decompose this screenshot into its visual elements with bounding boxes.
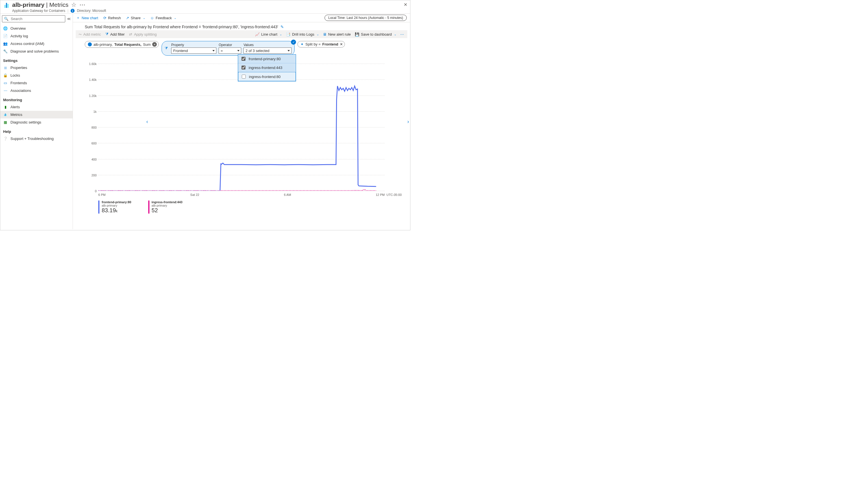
filter-values-select[interactable]: 2 of 3 selected [244, 48, 291, 54]
legend-item[interactable]: frontend-primary:80alb-primary83.19k [98, 200, 131, 214]
apply-splitting-button[interactable]: ⇄ Apply splitting [129, 32, 156, 36]
new-chart-button[interactable]: ＋ New chart [76, 15, 98, 20]
filter-values-dropdown: frontend-primary:80ingress-frontend:443i… [238, 54, 296, 81]
drill-logs-button[interactable]: 📑 Drill into Logs ⌄ [286, 32, 319, 36]
y-tick-label: 1.20k [89, 94, 98, 97]
sidebar-item-activity-log[interactable]: 📄 Activity log [0, 32, 72, 40]
filter-value-option[interactable]: frontend-primary:80 [238, 55, 296, 63]
diagnostic-icon: ▦ [3, 120, 8, 124]
checkbox[interactable] [242, 65, 245, 69]
legend-series-name: ingress-frontend:443 [152, 200, 183, 204]
svg-rect-0 [4, 5, 6, 8]
save-dashboard-button[interactable]: 💾 Save to dashboard ⌄ [355, 32, 396, 36]
svg-rect-5 [6, 114, 6, 116]
wrench-icon: 🔧 [3, 49, 8, 53]
sidebar-item-iam[interactable]: 👥 Access control (IAM) [0, 40, 72, 48]
new-alert-button[interactable]: 🖥 New alert rule [323, 32, 351, 36]
time-range-picker[interactable]: Local Time: Last 24 hours (Automatic - 5… [324, 15, 407, 21]
filter-funnel-icon: ⧩ [165, 46, 168, 51]
sidebar-item-label: Diagnostic settings [10, 120, 41, 124]
sparkline-icon: ⤳ [79, 32, 82, 36]
collapse-sidebar-icon[interactable]: ≪ [67, 17, 71, 21]
feedback-button[interactable]: ☺ Feedback ⌄ [150, 16, 176, 20]
content-area: ‹ › ＋ New chart ⟳ Refresh ↗ Share ⌄ [73, 13, 410, 229]
share-button[interactable]: ↗ Share ⌄ [126, 16, 145, 20]
sidebar-item-label: Metrics [10, 113, 22, 117]
funnel-icon: ⧩ [105, 32, 108, 36]
y-tick-label: 200 [92, 174, 98, 177]
remove-metric-icon[interactable]: ✕ [152, 42, 157, 47]
sidebar-item-alerts[interactable]: ▮ Alerts [0, 103, 72, 111]
search-input[interactable] [10, 17, 63, 21]
sidebar-item-frontends[interactable]: ▭ Frontends [0, 79, 72, 87]
line-chart-icon: 📈 [255, 32, 259, 36]
sidebar-item-locks[interactable]: 🔒 Locks [0, 71, 72, 79]
resource-icon [88, 42, 92, 46]
sidebar-item-overview[interactable]: 🌐 Overview [0, 25, 72, 32]
filter-value-label: frontend-primary:80 [249, 57, 280, 61]
more-icon[interactable]: ⋯ [80, 1, 85, 8]
legend-color-bar [148, 200, 149, 214]
legend-item[interactable]: ingress-frontend:443alb-primary52 [148, 200, 183, 214]
save-icon: 💾 [355, 32, 359, 36]
info-icon: i [71, 9, 74, 13]
alert-rule-icon: 🖥 [323, 32, 327, 36]
more-actions-icon[interactable]: ⋯ [400, 32, 404, 36]
chart-title: Sum Total Requests for alb-primary by Fr… [85, 25, 278, 29]
split-icon: ⇄ [129, 32, 132, 36]
search-input-wrapper[interactable]: 🔍 [2, 15, 65, 22]
sidebar-item-label: Overview [10, 26, 26, 31]
metrics-icon [3, 1, 10, 10]
chevron-right-icon[interactable]: › [407, 118, 409, 124]
sidebar-item-diagnose[interactable]: 🔧 Diagnose and solve problems [0, 48, 72, 55]
filter-value-option[interactable]: ingress-frontend:443 [238, 63, 296, 72]
add-filter-button[interactable]: ⧩ Add filter [105, 32, 125, 36]
refresh-icon: ⟳ [103, 16, 106, 20]
sidebar-item-label: Locks [10, 73, 20, 78]
filter-value-option[interactable]: ingress-frontend:80 [238, 72, 296, 81]
filter-property-select[interactable]: Frontend [171, 48, 216, 54]
filter-values-label: Values [244, 43, 291, 47]
checkbox[interactable] [242, 75, 246, 79]
sidebar-item-label: Diagnose and solve problems [10, 49, 59, 53]
metric-pill[interactable]: alb-primary, Total Requests, Sum ✕ [85, 41, 159, 48]
lock-icon: 🔒 [3, 73, 8, 78]
sidebar-item-support[interactable]: ❔ Support + Troubleshooting [0, 135, 72, 142]
split-pill-icon: ✦ [301, 42, 304, 46]
metric-pill-agg: Sum [143, 42, 151, 47]
add-metric-button[interactable]: ⤳ Add metric [79, 32, 101, 36]
remove-split-icon[interactable]: ✕ [340, 42, 343, 46]
sidebar-item-properties[interactable]: ⫼ Properties [0, 64, 72, 71]
y-tick-label: 600 [92, 142, 98, 145]
sidebar-item-label: Frontends [10, 81, 27, 85]
checkbox[interactable] [242, 57, 245, 61]
alert-icon: ▮ [3, 105, 8, 109]
cmd-label: Drill into Logs [292, 32, 314, 36]
filter-operator-select[interactable]: = [219, 48, 241, 54]
line-chart-button[interactable]: 📈 Line chart ⌄ [255, 32, 282, 36]
y-tick-label: 1.40k [89, 78, 98, 81]
x-tick-label: 6 PM [98, 193, 106, 196]
sidebar-item-metrics[interactable]: Metrics [0, 111, 72, 118]
window-icon: ▭ [3, 81, 8, 85]
svg-rect-2 [8, 4, 9, 8]
refresh-button[interactable]: ⟳ Refresh [103, 16, 121, 20]
sidebar-item-diagnostic-settings[interactable]: ▦ Diagnostic settings [0, 118, 72, 126]
globe-icon: 🌐 [3, 26, 8, 31]
sidebar-item-label: Access control (IAM) [10, 41, 44, 46]
split-pill[interactable]: ✦ Split by = Frontend ✕ [298, 41, 345, 48]
check-icon: ✓ [291, 39, 296, 45]
edit-icon[interactable]: ✎ [280, 25, 284, 29]
metrics-small-icon [3, 113, 8, 117]
y-tick-label: 800 [92, 126, 98, 129]
sidebar-item-label: Activity log [10, 34, 28, 38]
legend-color-bar [98, 200, 99, 214]
close-icon[interactable]: ✕ [404, 2, 407, 7]
chevron-down-icon: ⌄ [394, 33, 396, 36]
favorite-icon[interactable]: ☆ [71, 1, 76, 8]
y-tick-label: 400 [92, 158, 98, 161]
sidebar-item-associations[interactable]: ⋯ Associations [0, 87, 72, 94]
metric-pill-metric: Total Requests, [114, 42, 142, 47]
legend-value: 52 [152, 207, 183, 214]
top-command-bar: ＋ New chart ⟳ Refresh ↗ Share ⌄ ☺ Feedba… [73, 13, 410, 22]
